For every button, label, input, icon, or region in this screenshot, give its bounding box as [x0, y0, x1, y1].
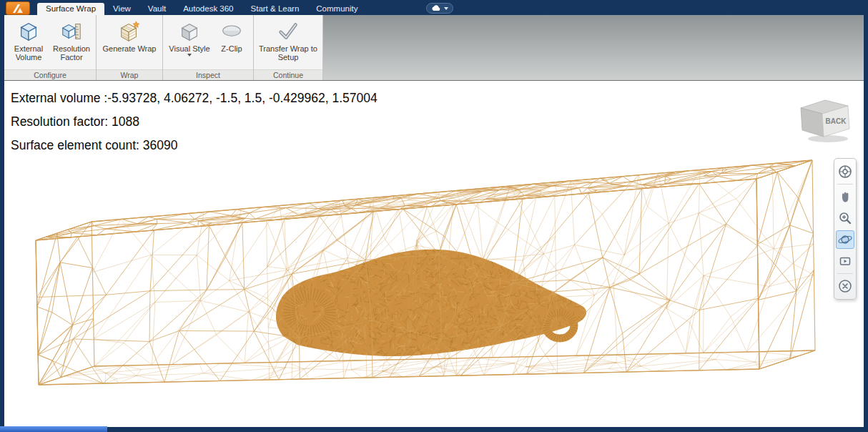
navigation-wheel-icon[interactable]	[836, 162, 854, 181]
checkmark-icon	[277, 19, 300, 44]
navbar-separator	[837, 273, 853, 274]
button-label: Visual Style	[169, 44, 209, 53]
titlebar: Surface Wrap View Vault Autodesk 360 Sta…	[4, 0, 864, 15]
ribbon-tabs: Surface Wrap View Vault Autodesk 360 Sta…	[37, 1, 366, 15]
ribbon: External Volume Resolution Factor Config…	[4, 15, 864, 81]
tab-surface-wrap[interactable]: Surface Wrap	[37, 3, 104, 15]
tab-community[interactable]: Community	[307, 3, 366, 15]
status-resolution-factor: Resolution factor: 1088	[11, 110, 378, 134]
button-label: Transfer Wrap to Setup	[257, 44, 319, 62]
dropdown-caret-icon[interactable]	[187, 54, 192, 57]
ribbon-group-continue: Transfer Wrap to Setup Continue	[254, 15, 323, 80]
ribbon-group-configure: External Volume Resolution Factor Config…	[4, 15, 97, 80]
infocenter-button[interactable]	[426, 3, 453, 14]
navigation-bar	[834, 158, 857, 300]
tab-autodesk-360[interactable]: Autodesk 360	[174, 3, 242, 15]
clip-plane-icon	[220, 19, 243, 44]
app-window: Surface Wrap View Vault Autodesk 360 Sta…	[0, 0, 868, 432]
cube-ruler-icon	[60, 19, 83, 44]
status-surface-element-count: Surface element count: 36090	[11, 134, 378, 157]
z-clip-button[interactable]: Z-Clip	[214, 17, 250, 53]
shaded-cube-icon	[178, 19, 201, 44]
status-external-volume: External volume :-5.93728, 4.06272, -1.5…	[11, 87, 378, 110]
resolution-factor-button[interactable]: Resolution Factor	[51, 17, 92, 62]
zoom-icon[interactable]	[836, 209, 854, 227]
cube-wireframe-icon	[17, 19, 40, 44]
ribbon-group-wrap: Generate Wrap Wrap	[97, 15, 163, 80]
viewport[interactable]: External volume :-5.93728, 4.06272, -1.5…	[4, 81, 864, 427]
dropdown-caret-icon	[444, 7, 448, 10]
viewcube-face-label[interactable]: BACK	[826, 117, 847, 125]
visual-style-button[interactable]: Visual Style	[167, 17, 212, 57]
pan-icon[interactable]	[836, 187, 854, 206]
viewcube-shadow	[808, 135, 848, 142]
group-title-wrap: Wrap	[97, 69, 162, 80]
application-menu-button[interactable]	[6, 1, 30, 15]
tab-vault[interactable]: Vault	[139, 3, 174, 15]
button-label: Resolution Factor	[51, 44, 92, 62]
close-navbar-icon[interactable]	[836, 277, 854, 295]
app-logo-icon	[12, 4, 24, 14]
meshed-cube-star-icon	[118, 19, 141, 44]
group-title-configure: Configure	[4, 69, 96, 80]
button-label: External Volume	[8, 44, 49, 62]
tab-start-learn[interactable]: Start & Learn	[242, 3, 308, 15]
status-readout: External volume :-5.93728, 4.06272, -1.5…	[11, 87, 378, 157]
generate-wrap-button[interactable]: Generate Wrap	[100, 17, 159, 53]
navbar-separator	[837, 184, 853, 185]
show-motion-icon[interactable]	[836, 252, 854, 270]
cloud-icon	[431, 5, 441, 11]
group-title-continue: Continue	[254, 69, 322, 80]
tab-view[interactable]: View	[104, 3, 139, 15]
button-label: Generate Wrap	[102, 44, 156, 53]
button-label: Z-Clip	[221, 44, 242, 53]
group-title-inspect: Inspect	[163, 69, 253, 80]
external-volume-button[interactable]: External Volume	[8, 17, 49, 62]
viewcube[interactable]: BACK	[792, 94, 854, 147]
transfer-wrap-to-setup-button[interactable]: Transfer Wrap to Setup	[257, 17, 319, 62]
bottom-accent-bar	[0, 426, 107, 432]
ribbon-group-inspect: Visual Style Z-Clip Inspect	[163, 15, 254, 80]
orbit-icon[interactable]	[836, 230, 854, 249]
